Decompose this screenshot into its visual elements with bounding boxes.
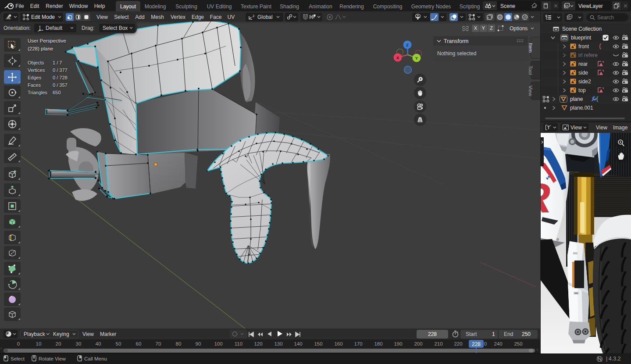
- svg-text:Y: Y: [415, 56, 418, 61]
- svg-text:Z: Z: [406, 43, 409, 47]
- svg-text:X: X: [396, 55, 399, 60]
